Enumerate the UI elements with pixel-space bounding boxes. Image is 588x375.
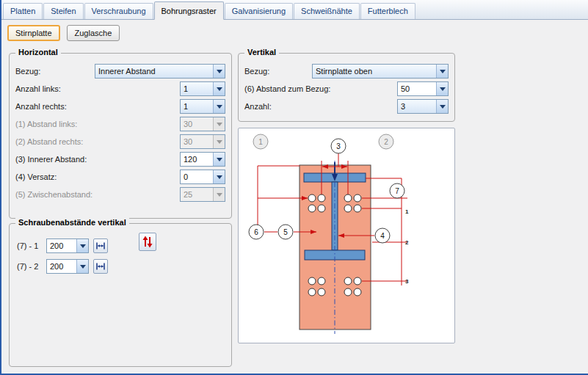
zwischenabstand-value: 25 xyxy=(181,188,213,201)
abstand-7-1-value: 200 xyxy=(47,239,76,252)
chevron-down-icon[interactable] xyxy=(76,239,88,252)
equal-spacing-icon xyxy=(95,261,106,272)
anzahl-links-value: 1 xyxy=(181,82,213,95)
zwischenabstand-field: 25 xyxy=(180,187,225,202)
field-row: (7) - 2 200 xyxy=(10,256,231,277)
bezug-vertikal-dropdown[interactable]: Stirnplatte oben xyxy=(312,64,449,79)
field-row: (5) Zwischenabstand: 25 xyxy=(10,186,231,203)
anzahl-links-dropdown[interactable]: 1 xyxy=(180,81,225,96)
tab-schweissnaehte[interactable]: Schweißnähte xyxy=(294,3,360,19)
chevron-down-icon[interactable] xyxy=(213,65,225,78)
group-vertikal-title: Vertikal xyxy=(244,48,279,57)
chevron-down-icon xyxy=(213,117,225,131)
zwischenabstand-label: (5) Zwischenabstand: xyxy=(15,190,180,199)
anzahl-dropdown[interactable]: 3 xyxy=(397,99,449,114)
abstand-7-2-field[interactable]: 200 xyxy=(46,259,89,274)
chevron-down-icon[interactable] xyxy=(213,82,225,95)
tab-steifen[interactable]: Steifen xyxy=(43,3,83,19)
bezug-vertikal-value: Stirnplatte oben xyxy=(313,65,436,78)
innerer-abstand-label: (3) Innerer Abstand: xyxy=(15,155,180,164)
bolt-pattern-diagram: 1 2 3 1 2 3 7 6 5 4 xyxy=(239,128,454,343)
field-row: (6) Abstand zum Bezug: 50 xyxy=(239,80,454,98)
innerer-abstand-value: 120 xyxy=(181,153,213,166)
bezug-vertikal-label: Bezug: xyxy=(244,67,312,76)
svg-text:7: 7 xyxy=(395,187,399,195)
equal-spacing-icon xyxy=(95,241,106,251)
field-row: Bezug: Innerer Abstand xyxy=(10,62,231,80)
spacing-label-3: 3 xyxy=(405,278,409,285)
tab-galvanisierung[interactable]: Galvanisierung xyxy=(225,3,293,19)
abstand-links-label: (1) Abstand links: xyxy=(15,120,180,128)
field-row: Anzahl: 3 xyxy=(239,98,454,115)
svg-text:1: 1 xyxy=(258,138,263,146)
abstand-rechts-field: 30 xyxy=(180,134,225,149)
bezug-horizontal-label: Bezug: xyxy=(15,67,95,76)
chevron-down-icon[interactable] xyxy=(213,170,225,183)
tab-bar: Platten Steifen Verschraubung Bohrungsra… xyxy=(1,0,588,20)
bezug-horizontal-value: Innerer Abstand xyxy=(95,65,213,78)
dialog-bohrungsraster: Platten Steifen Verschraubung Bohrungsra… xyxy=(0,0,588,375)
abstand-zum-bezug-value: 50 xyxy=(398,82,436,95)
equal-spacing-button-1[interactable] xyxy=(93,239,108,253)
spacing-label-1: 1 xyxy=(405,208,409,215)
abstand-links-value: 30 xyxy=(181,117,213,131)
field-row: (1) Abstand links: 30 xyxy=(10,115,231,133)
tab-futterblech[interactable]: Futterblech xyxy=(360,3,415,19)
abstand-7-2-label: (7) - 2 xyxy=(17,262,46,271)
anzahl-label: Anzahl: xyxy=(244,102,397,111)
anzahl-value: 3 xyxy=(398,100,436,113)
chevron-down-icon[interactable] xyxy=(213,153,225,166)
chevron-down-icon xyxy=(213,135,225,148)
group-horizontal-rows: Bezug: Innerer Abstand Anzahl links: 1 A… xyxy=(10,54,231,203)
chevron-down-icon[interactable] xyxy=(76,260,88,273)
abstand-zum-bezug-label: (6) Abstand zum Bezug: xyxy=(244,84,397,93)
svg-text:5: 5 xyxy=(283,228,288,236)
field-row: Anzahl rechts: 1 xyxy=(10,98,231,115)
bolt-pattern-diagram-panel: 1 2 3 1 2 3 7 6 5 4 xyxy=(238,128,455,343)
equal-spacing-button-2[interactable] xyxy=(93,259,108,274)
abstand-7-2-value: 200 xyxy=(47,260,76,273)
chevron-down-icon[interactable] xyxy=(436,100,448,113)
field-row: (4) Versatz: 0 xyxy=(10,168,231,186)
chevron-down-icon[interactable] xyxy=(436,82,448,95)
field-row: (3) Innerer Abstand: 120 xyxy=(10,150,231,168)
abstand-7-1-field[interactable]: 200 xyxy=(46,239,89,253)
versatz-value: 0 xyxy=(181,170,213,183)
group-vertikal-rows: Bezug: Stirnplatte oben (6) Abstand zum … xyxy=(239,54,454,115)
group-horizontal-title: Horizontal xyxy=(15,48,61,57)
abstand-zum-bezug-field[interactable]: 50 xyxy=(397,81,449,96)
chevron-down-icon[interactable] xyxy=(436,65,448,78)
innerer-abstand-field[interactable]: 120 xyxy=(180,152,225,167)
versatz-field[interactable]: 0 xyxy=(180,170,225,184)
field-row: Bezug: Stirnplatte oben xyxy=(239,62,454,80)
svg-text:4: 4 xyxy=(380,232,385,240)
group-schraubenabstaende-title: Schraubenabstände vertikal xyxy=(15,218,129,227)
tab-verschraubung[interactable]: Verschraubung xyxy=(84,3,153,19)
swap-arrows-icon xyxy=(142,236,153,248)
bezug-horizontal-dropdown[interactable]: Innerer Abstand xyxy=(95,64,225,79)
field-row: (2) Abstand rechts: 30 xyxy=(10,133,231,150)
anzahl-rechts-value: 1 xyxy=(181,100,213,113)
group-horizontal: Horizontal Bezug: Innerer Abstand Anzahl… xyxy=(9,53,232,219)
tab-bohrungsraster[interactable]: Bohrungsraster xyxy=(154,1,224,20)
field-row: Anzahl links: 1 xyxy=(10,80,231,98)
chevron-down-icon xyxy=(213,188,225,201)
svg-text:2: 2 xyxy=(384,138,388,146)
versatz-label: (4) Versatz: xyxy=(15,172,180,181)
group-schraubenabstaende: Schraubenabstände vertikal (7) - 1 200 xyxy=(9,223,232,367)
abstand-rechts-label: (2) Abstand rechts: xyxy=(15,137,180,146)
tab-platten[interactable]: Platten xyxy=(3,3,43,19)
subtab-stirnplatte[interactable]: Stirnplatte xyxy=(7,25,60,41)
swap-order-button[interactable] xyxy=(139,233,156,251)
anzahl-rechts-dropdown[interactable]: 1 xyxy=(180,99,225,114)
group-schraubenabstaende-rows: (7) - 1 200 (7) - 2 xyxy=(10,224,231,277)
svg-text:6: 6 xyxy=(254,228,258,236)
abstand-7-1-label: (7) - 1 xyxy=(17,241,46,250)
subtab-zuglasche[interactable]: Zuglasche xyxy=(67,25,120,41)
field-row: (7) - 1 200 xyxy=(10,236,231,256)
chevron-down-icon[interactable] xyxy=(213,100,225,113)
spacing-label-2: 2 xyxy=(405,239,409,246)
svg-text:3: 3 xyxy=(336,142,341,150)
anzahl-rechts-label: Anzahl rechts: xyxy=(15,102,180,111)
group-vertikal: Vertikal Bezug: Stirnplatte oben (6) Abs… xyxy=(238,53,455,122)
